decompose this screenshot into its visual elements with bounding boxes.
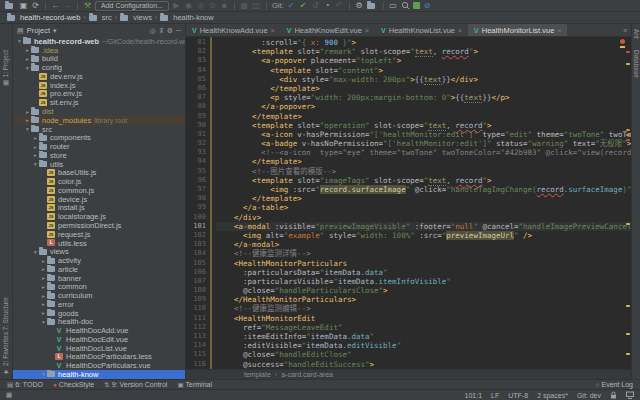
code-line[interactable]: <!--图片查看的模版--> xyxy=(216,167,631,176)
code-line[interactable]: <a-popover placement="topLeft"> xyxy=(216,56,631,65)
code-line[interactable]: :itemEditInfo="itemData.data" xyxy=(216,332,631,341)
sidebar-item-database[interactable]: Database xyxy=(633,50,640,78)
code-editor[interactable]: 8182838485868788899091929394959697989910… xyxy=(186,37,631,369)
code-line[interactable]: </a-modal> xyxy=(216,240,631,249)
tree-item[interactable]: JSdev.env.js xyxy=(13,72,185,81)
tree-item[interactable]: LHealthDocParticulars.less xyxy=(13,353,185,362)
sidebar-item-structure[interactable]: 7: Structure xyxy=(2,297,9,331)
error-stripe-mark[interactable] xyxy=(626,139,630,141)
tree-item[interactable]: JScommon.js xyxy=(13,186,185,195)
tree-item[interactable]: VHealthDocParticulars.vue xyxy=(13,361,185,370)
tree-item[interactable]: ▾utils xyxy=(13,160,185,169)
code-line[interactable]: ref="MessageLeaveEdit" xyxy=(216,323,631,332)
tab-HealthKnowList.vue[interactable]: VHealthKnowList.vue× xyxy=(375,24,468,36)
project-structure-icon[interactable] xyxy=(367,3,375,9)
tree-item[interactable]: JSpermissionDirect.js xyxy=(13,221,185,230)
chevron-right-icon[interactable]: ▸ xyxy=(40,310,47,316)
event-log-button[interactable]: ○Event Log xyxy=(596,381,633,388)
code-line[interactable]: </template> xyxy=(216,84,631,93)
settings-wrench-icon[interactable]: ⚙ xyxy=(355,1,364,10)
build-hammer-icon[interactable]: ⚒ xyxy=(83,1,92,10)
tree-item[interactable]: ▾health-record-web~/GitCode/health-recor… xyxy=(13,37,185,46)
tree-item[interactable]: VHealthDocEdit.vue xyxy=(13,335,185,344)
run-configuration-button[interactable]: Add Configuration... xyxy=(95,1,169,11)
code-line[interactable]: @close="handleEditClose" xyxy=(216,350,631,359)
block-icon[interactable]: ⊘ xyxy=(423,1,432,10)
chevron-right-icon[interactable]: ▸ xyxy=(24,47,31,53)
tab-HealthKnowAdd.vue[interactable]: VHealthKnowAdd.vue× xyxy=(186,24,281,36)
close-icon[interactable]: × xyxy=(271,27,275,34)
tree-item[interactable]: JSdevice.js xyxy=(13,195,185,204)
tree-item[interactable]: ▸common xyxy=(13,282,185,291)
code-line[interactable]: </a-popover> xyxy=(216,102,631,111)
error-stripe-mark[interactable] xyxy=(626,223,630,225)
gear-icon[interactable]: ⚙ xyxy=(167,27,173,35)
code-line[interactable]: :scroll="{ x: 900 }"> xyxy=(216,38,631,47)
chevron-down-icon[interactable]: ▾ xyxy=(40,371,47,377)
chevron-right-icon[interactable]: ▸ xyxy=(24,56,31,62)
tree-item[interactable]: ▸banner xyxy=(13,274,185,283)
search-everywhere-icon[interactable] xyxy=(401,1,410,10)
run-coverage-icon[interactable]: ⊙ xyxy=(208,1,217,10)
tool-window-toggle-icon[interactable]: ▦ xyxy=(6,391,12,399)
editor-breadcrumb-item[interactable]: template xyxy=(244,371,271,378)
indent-indicator[interactable]: 2 spaces* xyxy=(537,392,568,399)
chevron-down-icon[interactable]: ▾ xyxy=(16,38,23,44)
close-icon[interactable]: × xyxy=(365,27,369,34)
project-panel-title[interactable]: Project xyxy=(27,26,50,35)
history-clock-icon[interactable]: ◔ xyxy=(323,1,332,10)
tree-item[interactable]: ▸curriculum xyxy=(13,291,185,300)
code-line[interactable]: </a-table> xyxy=(216,203,631,212)
caret-position[interactable]: 101:1 xyxy=(465,392,483,399)
editor-breadcrumb-item[interactable]: a-card.card-area xyxy=(281,371,333,378)
code-line[interactable]: <!--健康监测编辑--> xyxy=(216,304,631,313)
error-stripe-mark[interactable] xyxy=(626,305,630,307)
code-line[interactable]: </template> xyxy=(216,157,631,166)
tree-item[interactable]: Lutils.less xyxy=(13,239,185,248)
terminal-toolbar-icon[interactable]: ▭ xyxy=(389,1,398,10)
breadcrumb-item-health-know[interactable]: health-know xyxy=(160,13,213,22)
code-line[interactable]: <HealthMonitorEdit xyxy=(216,314,631,323)
code-line[interactable]: <a-badge v-hasNoPermission="['healthMoni… xyxy=(216,139,631,148)
tool-window-button-6: TODO[interactable]: ▤6: TODO xyxy=(7,381,43,389)
tree-item[interactable]: ▾src xyxy=(13,125,185,134)
sidebar-item-favorites[interactable]: ★ 2: Favorites xyxy=(2,332,10,376)
chevron-down-icon[interactable]: ▾ xyxy=(32,161,39,167)
code-line[interactable]: :editVisible="itemData.editVisible" xyxy=(216,341,631,350)
tab-HealthKnowEdit.vue[interactable]: VHealthKnowEdit.vue× xyxy=(281,24,375,36)
chevron-right-icon[interactable]: ▸ xyxy=(24,109,31,115)
tree-item[interactable]: JSsit.env.js xyxy=(13,98,185,107)
line-ending-indicator[interactable]: LF xyxy=(491,392,499,399)
tree-item[interactable]: ▸store xyxy=(13,151,185,160)
undo-icon[interactable]: ↶ xyxy=(335,1,344,10)
tool-icon[interactable]: ▦ xyxy=(240,1,249,10)
code-line[interactable]: <div style="max-width: 200px">{{text}}</… xyxy=(216,75,631,84)
chevron-right-icon[interactable]: ▸ xyxy=(32,144,39,150)
screen-reader-icon[interactable] xyxy=(626,391,634,399)
tree-item[interactable]: JSinstall.js xyxy=(13,204,185,213)
tool-icon[interactable]: ◫ xyxy=(252,1,261,10)
code-line[interactable]: <template slot="remark" slot-scope="text… xyxy=(216,47,631,56)
code-line[interactable]: <a-modal :visible="previewImageVisible" … xyxy=(216,222,631,231)
hide-panel-icon[interactable]: ─ xyxy=(176,27,181,34)
code-line[interactable]: :particularsData="itemData.data" xyxy=(216,268,631,277)
tree-item[interactable]: JSpro.env.js xyxy=(13,90,185,99)
error-stripe-mark[interactable] xyxy=(626,129,630,131)
chevron-right-icon[interactable]: ▸ xyxy=(32,152,39,158)
chevron-down-icon[interactable]: ▾ xyxy=(53,27,57,35)
tree-item-health-know[interactable]: ▾health-know xyxy=(13,370,185,379)
breadcrumb-item-views[interactable]: views xyxy=(120,13,152,22)
sync-icon[interactable]: ⟳ xyxy=(31,1,40,10)
debug-icon[interactable]: ◉ xyxy=(184,1,193,10)
run-icon[interactable]: ▶ xyxy=(172,1,181,10)
code-line[interactable]: <img alt="example" style="width: 100%" :… xyxy=(216,231,631,240)
tree-item[interactable]: JSindex.js xyxy=(13,81,185,90)
code-line[interactable]: @success="handleEditSuccess"> xyxy=(216,360,631,369)
code-line[interactable]: </div> xyxy=(216,213,631,222)
chevron-right-icon[interactable]: ▸ xyxy=(40,284,47,290)
chevron-right-icon[interactable]: ▸ xyxy=(40,258,47,264)
tool-window-button-9: Version Control[interactable]: ⇅9: Version Control xyxy=(104,381,167,389)
code-line[interactable]: <template slot="operation" slot-scope="t… xyxy=(216,121,631,130)
git-commit-icon[interactable]: ✔ xyxy=(299,1,308,10)
tree-item[interactable]: ▸dist xyxy=(13,107,185,116)
